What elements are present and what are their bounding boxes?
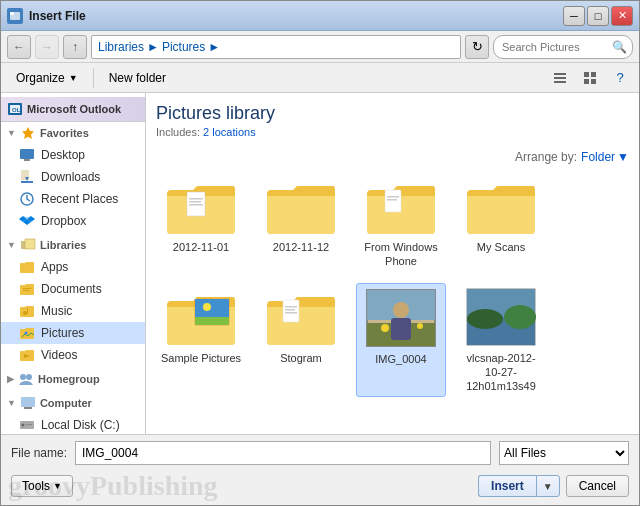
file-icon-img-0004[interactable]: IMG_0004 bbox=[356, 283, 446, 398]
library-sub: Includes: 2 locations bbox=[156, 126, 629, 138]
breadcrumb-libraries[interactable]: Libraries bbox=[98, 40, 144, 54]
sidebar-item-dropbox[interactable]: Dropbox bbox=[1, 210, 145, 232]
action-tools: Tools ▼ bbox=[11, 475, 73, 497]
tools-label: Tools bbox=[22, 479, 50, 493]
sidebar-favorites-header[interactable]: ▼ Favorites bbox=[1, 122, 145, 144]
svg-point-27 bbox=[23, 311, 27, 315]
insert-file-dialog: Insert File ─ □ ✕ ← → ↑ Libraries ► Pict… bbox=[0, 0, 640, 506]
apps-folder-icon bbox=[19, 259, 35, 275]
cancel-button[interactable]: Cancel bbox=[566, 475, 629, 497]
computer-icon bbox=[20, 395, 36, 411]
up-button[interactable]: ↑ bbox=[63, 35, 87, 59]
sidebar-item-apps[interactable]: Apps bbox=[1, 256, 145, 278]
svg-rect-54 bbox=[285, 309, 295, 311]
maximize-button[interactable]: □ bbox=[587, 6, 609, 26]
help-button[interactable]: ? bbox=[607, 67, 633, 89]
svg-rect-3 bbox=[554, 77, 566, 79]
homegroup-label: Homegroup bbox=[38, 373, 100, 385]
sidebar-computer-header[interactable]: ▼ Computer bbox=[1, 392, 145, 414]
documents-label: Documents bbox=[41, 282, 102, 296]
organize-chevron-icon: ▼ bbox=[69, 73, 78, 83]
sidebar-item-videos[interactable]: Videos bbox=[1, 344, 145, 366]
svg-rect-2 bbox=[554, 73, 566, 75]
sidebar-item-c-drive[interactable]: Local Disk (C:) bbox=[1, 414, 145, 434]
folder-sample-pictures-icon bbox=[165, 287, 237, 347]
svg-rect-24 bbox=[25, 239, 35, 249]
svg-rect-25 bbox=[23, 288, 31, 289]
sidebar-homegroup-section: ▶ Homegroup bbox=[1, 368, 145, 390]
insert-dropdown-button[interactable]: ▼ bbox=[536, 475, 560, 497]
file-icon-my-scans[interactable]: My Scans bbox=[456, 172, 546, 273]
music-label: Music bbox=[41, 304, 72, 318]
dropbox-label: Dropbox bbox=[41, 214, 86, 228]
filename-row: File name: All Files bbox=[1, 435, 639, 471]
file-icon-from-windows-phone[interactable]: From Windows Phone bbox=[356, 172, 446, 273]
file-icon-stogram[interactable]: Stogram bbox=[256, 283, 346, 398]
svg-rect-50 bbox=[195, 317, 229, 325]
svg-rect-46 bbox=[387, 196, 399, 198]
file-icon-2012-11-01[interactable]: 2012-11-01 bbox=[156, 172, 246, 273]
sidebar-homegroup-header[interactable]: ▶ Homegroup bbox=[1, 368, 145, 390]
folder-2012-11-01-icon bbox=[165, 176, 237, 236]
tools-button[interactable]: Tools ▼ bbox=[11, 475, 73, 497]
libraries-label: Libraries bbox=[40, 239, 86, 251]
forward-button[interactable]: → bbox=[35, 35, 59, 59]
bottom-bar: File name: All Files Tools ▼ Insert ▼ Ca… bbox=[1, 434, 639, 505]
file-icon-sample-pictures[interactable]: Sample Pictures bbox=[156, 283, 246, 398]
file-area: Pictures library Includes: 2 locations A… bbox=[146, 93, 639, 434]
library-title: Pictures library bbox=[156, 103, 629, 124]
downloads-label: Downloads bbox=[41, 170, 100, 184]
file-icon-2012-11-12[interactable]: 2012-11-12 bbox=[256, 172, 346, 273]
file-area-header: Pictures library Includes: 2 locations bbox=[156, 103, 629, 138]
svg-rect-42 bbox=[189, 198, 203, 200]
main-content: OL Microsoft Outlook ▼ Favorites Desktop… bbox=[1, 93, 639, 434]
view-grid-button[interactable] bbox=[577, 67, 603, 89]
title-bar: Insert File ─ □ ✕ bbox=[1, 1, 639, 31]
sidebar-item-desktop[interactable]: Desktop bbox=[1, 144, 145, 166]
videos-label: Videos bbox=[41, 348, 77, 362]
svg-rect-43 bbox=[189, 201, 201, 203]
file-label-from-windows-phone: From Windows Phone bbox=[360, 240, 442, 269]
outlook-icon: OL bbox=[7, 101, 23, 117]
close-button[interactable]: ✕ bbox=[611, 6, 633, 26]
sidebar-item-pictures[interactable]: Pictures bbox=[1, 322, 145, 344]
svg-point-67 bbox=[504, 305, 536, 329]
locations-link[interactable]: 2 locations bbox=[203, 126, 256, 138]
toolbar: Organize ▼ New folder ? bbox=[1, 63, 639, 93]
search-input[interactable] bbox=[493, 35, 633, 59]
includes-label: Includes: bbox=[156, 126, 200, 138]
filename-input[interactable] bbox=[75, 441, 491, 465]
insert-button[interactable]: Insert bbox=[478, 475, 536, 497]
minimize-button[interactable]: ─ bbox=[563, 6, 585, 26]
file-icon-vlcsnap[interactable]: vlcsnap-2012-10-27-12h01m13s49 bbox=[456, 283, 546, 398]
svg-rect-37 bbox=[26, 424, 32, 425]
refresh-button[interactable]: ↻ bbox=[465, 35, 489, 59]
arrange-value: Folder bbox=[581, 150, 615, 164]
arrange-chevron-icon: ▼ bbox=[617, 150, 629, 164]
organize-button[interactable]: Organize ▼ bbox=[7, 68, 87, 88]
sidebar-item-recent[interactable]: Recent Places bbox=[1, 188, 145, 210]
libraries-chevron-icon: ▼ bbox=[7, 240, 16, 250]
view-list-button[interactable] bbox=[547, 67, 573, 89]
svg-point-62 bbox=[417, 323, 423, 329]
address-breadcrumb[interactable]: Libraries ► Pictures ► bbox=[91, 35, 461, 59]
svg-rect-47 bbox=[387, 199, 397, 201]
sidebar-item-documents[interactable]: Documents bbox=[1, 278, 145, 300]
svg-rect-13 bbox=[20, 149, 34, 159]
arrange-by-label: Arrange by: bbox=[515, 150, 577, 164]
sidebar-item-music[interactable]: Music bbox=[1, 300, 145, 322]
back-button[interactable]: ← bbox=[7, 35, 31, 59]
sidebar-item-downloads[interactable]: Downloads bbox=[1, 166, 145, 188]
dropbox-icon bbox=[19, 213, 35, 229]
sidebar-libraries-header[interactable]: ▼ Libraries bbox=[1, 234, 145, 256]
breadcrumb-pictures[interactable]: Pictures bbox=[162, 40, 205, 54]
new-folder-button[interactable]: New folder bbox=[100, 68, 175, 88]
arrange-value-button[interactable]: Folder ▼ bbox=[581, 150, 629, 164]
filetype-select[interactable]: All Files bbox=[499, 441, 629, 465]
svg-text:OL: OL bbox=[12, 107, 21, 113]
apps-label: Apps bbox=[41, 260, 68, 274]
insert-group: Insert ▼ bbox=[478, 475, 560, 497]
window-title: Insert File bbox=[29, 9, 563, 23]
libraries-icon bbox=[20, 237, 36, 253]
svg-rect-33 bbox=[21, 397, 35, 407]
